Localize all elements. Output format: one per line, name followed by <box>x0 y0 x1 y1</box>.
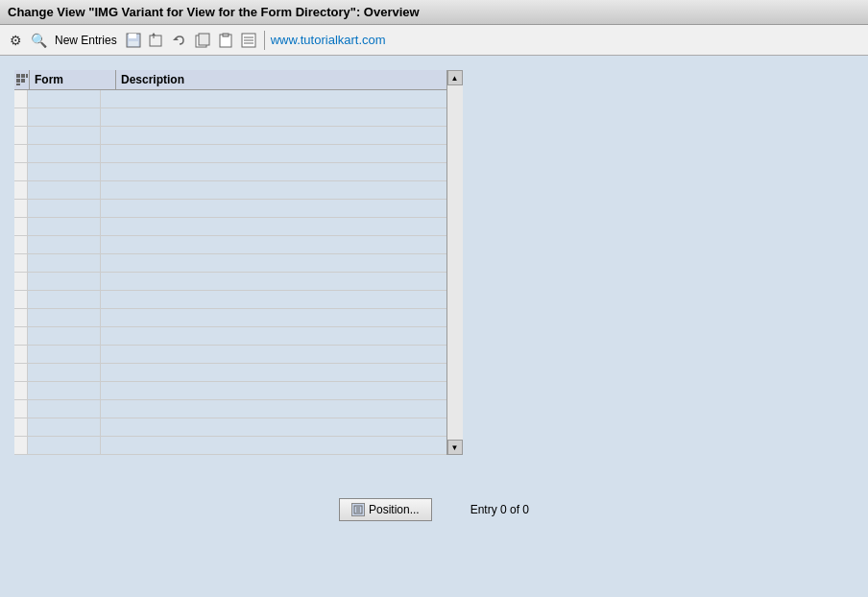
cell-form[interactable] <box>28 254 101 272</box>
cell-form[interactable] <box>28 218 101 235</box>
cell-form[interactable] <box>28 108 101 126</box>
cell-description[interactable] <box>101 145 446 162</box>
row-selector[interactable] <box>14 273 28 290</box>
row-selector[interactable] <box>14 254 28 272</box>
cell-form[interactable] <box>28 127 101 144</box>
cell-form[interactable] <box>28 236 101 253</box>
cell-form[interactable] <box>28 90 101 107</box>
scroll-track[interactable] <box>447 85 463 440</box>
table-row[interactable] <box>14 364 446 382</box>
scroll-down-btn[interactable]: ▼ <box>447 440 463 455</box>
cell-form[interactable] <box>28 437 101 454</box>
table-row[interactable] <box>14 346 446 364</box>
cell-description[interactable] <box>101 437 446 454</box>
table-row[interactable] <box>14 418 446 437</box>
cell-form[interactable] <box>28 291 101 308</box>
details-icon[interactable] <box>239 31 258 50</box>
title-bar: Change View "IMG Variant for View for th… <box>0 0 868 25</box>
table-row[interactable] <box>14 291 446 309</box>
table-row[interactable] <box>14 108 446 127</box>
row-selector[interactable] <box>14 127 28 144</box>
table-row[interactable] <box>14 236 446 254</box>
row-selector[interactable] <box>14 309 28 326</box>
cell-description[interactable] <box>101 327 446 345</box>
cell-form[interactable] <box>28 418 101 436</box>
cell-form[interactable] <box>28 400 101 418</box>
row-selector[interactable] <box>14 346 28 363</box>
table-row[interactable] <box>14 254 446 273</box>
row-selector[interactable] <box>14 181 28 199</box>
cell-form[interactable] <box>28 163 101 180</box>
column-config-cell[interactable] <box>14 70 30 90</box>
cell-form[interactable] <box>28 309 101 326</box>
svg-marker-6 <box>173 37 179 40</box>
table-row[interactable] <box>14 273 446 291</box>
table-row[interactable] <box>14 400 446 418</box>
cell-description[interactable] <box>101 400 446 418</box>
table-row[interactable] <box>14 145 446 163</box>
cell-description[interactable] <box>101 163 446 180</box>
row-selector[interactable] <box>14 236 28 253</box>
table-row[interactable] <box>14 327 446 346</box>
cell-form[interactable] <box>28 346 101 363</box>
cell-description[interactable] <box>101 200 446 217</box>
row-selector[interactable] <box>14 327 28 345</box>
table-row[interactable] <box>14 163 446 181</box>
cell-description[interactable] <box>101 309 446 326</box>
position-button[interactable]: Position... <box>339 498 432 521</box>
new-entries-button[interactable]: New Entries <box>52 33 120 48</box>
table-row[interactable] <box>14 90 446 108</box>
cell-description[interactable] <box>101 236 446 253</box>
row-selector[interactable] <box>14 400 28 418</box>
row-selector[interactable] <box>14 145 28 162</box>
undo-icon[interactable] <box>170 31 189 50</box>
row-selector[interactable] <box>14 437 28 454</box>
cell-form[interactable] <box>28 364 101 381</box>
scroll-up-btn[interactable]: ▲ <box>447 70 463 85</box>
cell-description[interactable] <box>101 382 446 399</box>
cell-description[interactable] <box>101 108 446 126</box>
cell-form[interactable] <box>28 145 101 162</box>
row-selector[interactable] <box>14 291 28 308</box>
position-button-label: Position... <box>369 503 420 516</box>
cell-form[interactable] <box>28 382 101 399</box>
cell-description[interactable] <box>101 346 446 363</box>
cell-description[interactable] <box>101 218 446 235</box>
row-selector[interactable] <box>14 108 28 126</box>
paste-icon[interactable] <box>216 31 235 50</box>
cell-form[interactable] <box>28 327 101 345</box>
row-selector[interactable] <box>14 90 28 107</box>
row-selector[interactable] <box>14 382 28 399</box>
table-row[interactable] <box>14 218 446 236</box>
row-selector[interactable] <box>14 418 28 436</box>
cell-description[interactable] <box>101 291 446 308</box>
export-icon[interactable] <box>147 31 166 50</box>
table-row[interactable] <box>14 437 446 455</box>
save-icon[interactable] <box>124 31 143 50</box>
table-row[interactable] <box>14 181 446 200</box>
cell-description[interactable] <box>101 127 446 144</box>
config-icon[interactable]: ⚙ <box>6 31 25 50</box>
row-selector[interactable] <box>14 364 28 381</box>
row-selector[interactable] <box>14 200 28 217</box>
vertical-scrollbar[interactable]: ▲ ▼ <box>446 70 462 455</box>
svg-rect-1 <box>129 34 136 38</box>
cell-form[interactable] <box>28 273 101 290</box>
cell-description[interactable] <box>101 273 446 290</box>
table-row[interactable] <box>14 382 446 400</box>
table-row[interactable] <box>14 200 446 218</box>
svg-rect-8 <box>199 34 209 45</box>
cell-description[interactable] <box>101 90 446 107</box>
copy-icon[interactable] <box>193 31 212 50</box>
table-row[interactable] <box>14 309 446 327</box>
cell-description[interactable] <box>101 418 446 436</box>
row-selector[interactable] <box>14 163 28 180</box>
cell-form[interactable] <box>28 200 101 217</box>
cell-description[interactable] <box>101 254 446 272</box>
cell-description[interactable] <box>101 364 446 381</box>
cell-description[interactable] <box>101 181 446 199</box>
search-icon[interactable]: 🔍 <box>29 31 48 50</box>
table-row[interactable] <box>14 127 446 145</box>
cell-form[interactable] <box>28 181 101 199</box>
row-selector[interactable] <box>14 218 28 235</box>
